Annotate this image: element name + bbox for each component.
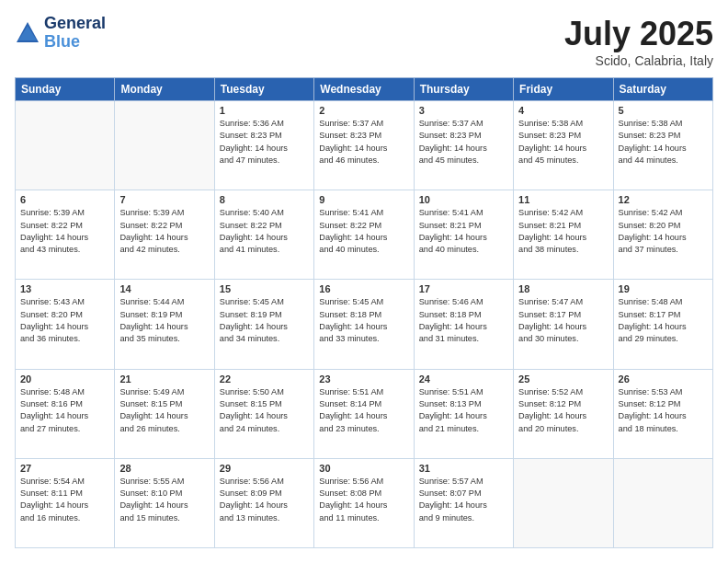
weekday-header: Friday: [514, 78, 613, 101]
calendar-cell: 18Sunrise: 5:47 AM Sunset: 8:17 PM Dayli…: [514, 280, 613, 369]
weekday-header: Saturday: [613, 78, 712, 101]
calendar-cell: 11Sunrise: 5:42 AM Sunset: 8:21 PM Dayli…: [514, 190, 613, 280]
day-info: Sunrise: 5:39 AM Sunset: 8:22 PM Dayligh…: [119, 207, 209, 256]
calendar-cell: 27Sunrise: 5:54 AM Sunset: 8:11 PM Dayli…: [16, 458, 115, 547]
calendar-cell: 2Sunrise: 5:37 AM Sunset: 8:23 PM Daylig…: [314, 101, 414, 190]
day-info: Sunrise: 5:46 AM Sunset: 8:18 PM Dayligh…: [419, 296, 508, 345]
day-number: 30: [319, 463, 408, 474]
calendar-cell: 28Sunrise: 5:55 AM Sunset: 8:10 PM Dayli…: [115, 458, 214, 547]
calendar-header: SundayMondayTuesdayWednesdayThursdayFrid…: [16, 78, 713, 101]
calendar-cell: 5Sunrise: 5:38 AM Sunset: 8:23 PM Daylig…: [613, 101, 712, 190]
day-number: 13: [20, 283, 109, 294]
day-number: 26: [619, 373, 708, 385]
calendar-week: 13Sunrise: 5:43 AM Sunset: 8:20 PM Dayli…: [16, 280, 713, 369]
svg-marker-1: [18, 26, 37, 40]
calendar-cell: [115, 101, 214, 190]
calendar-week: 1Sunrise: 5:36 AM Sunset: 8:23 PM Daylig…: [16, 101, 713, 190]
calendar-week: 20Sunrise: 5:48 AM Sunset: 8:16 PM Dayli…: [16, 369, 713, 458]
calendar-cell: 16Sunrise: 5:45 AM Sunset: 8:18 PM Dayli…: [314, 280, 414, 369]
weekday-header: Sunday: [16, 78, 115, 101]
day-info: Sunrise: 5:43 AM Sunset: 8:20 PM Dayligh…: [20, 296, 109, 345]
location-subtitle: Scido, Calabria, Italy: [564, 53, 713, 68]
logo-icon: [15, 20, 40, 46]
day-number: 25: [518, 373, 608, 385]
calendar-cell: 26Sunrise: 5:53 AM Sunset: 8:12 PM Dayli…: [613, 369, 712, 458]
calendar-cell: 9Sunrise: 5:41 AM Sunset: 8:22 PM Daylig…: [314, 190, 414, 280]
day-number: 15: [220, 283, 309, 294]
month-title: July 2025: [564, 15, 713, 53]
day-info: Sunrise: 5:51 AM Sunset: 8:13 PM Dayligh…: [419, 386, 508, 435]
day-info: Sunrise: 5:45 AM Sunset: 8:19 PM Dayligh…: [220, 296, 309, 345]
day-info: Sunrise: 5:38 AM Sunset: 8:23 PM Dayligh…: [518, 118, 608, 167]
day-number: 8: [220, 194, 309, 205]
calendar-cell: 1Sunrise: 5:36 AM Sunset: 8:23 PM Daylig…: [214, 101, 313, 190]
day-info: Sunrise: 5:49 AM Sunset: 8:15 PM Dayligh…: [119, 386, 209, 435]
calendar: SundayMondayTuesdayWednesdayThursdayFrid…: [15, 77, 713, 548]
weekday-header: Wednesday: [314, 78, 414, 101]
calendar-cell: 31Sunrise: 5:57 AM Sunset: 8:07 PM Dayli…: [414, 458, 513, 547]
day-number: 1: [220, 105, 309, 116]
day-info: Sunrise: 5:54 AM Sunset: 8:11 PM Dayligh…: [20, 476, 109, 524]
day-info: Sunrise: 5:48 AM Sunset: 8:17 PM Dayligh…: [619, 296, 708, 345]
header: General Blue July 2025 Scido, Calabria, …: [15, 15, 713, 68]
calendar-cell: 7Sunrise: 5:39 AM Sunset: 8:22 PM Daylig…: [115, 190, 214, 280]
day-info: Sunrise: 5:36 AM Sunset: 8:23 PM Dayligh…: [220, 118, 309, 167]
day-number: 12: [619, 194, 708, 205]
day-number: 4: [518, 105, 608, 116]
day-number: 21: [119, 373, 209, 385]
day-number: 18: [518, 283, 608, 294]
day-number: 19: [619, 283, 708, 294]
weekday-header: Thursday: [414, 78, 513, 101]
logo-line1: General: [44, 15, 106, 33]
calendar-cell: [514, 458, 613, 547]
day-number: 31: [419, 463, 508, 474]
day-number: 10: [419, 194, 508, 205]
day-number: 6: [20, 194, 109, 205]
calendar-week: 27Sunrise: 5:54 AM Sunset: 8:11 PM Dayli…: [16, 458, 713, 547]
day-info: Sunrise: 5:47 AM Sunset: 8:17 PM Dayligh…: [518, 296, 608, 345]
day-info: Sunrise: 5:51 AM Sunset: 8:14 PM Dayligh…: [319, 386, 408, 435]
day-number: 23: [319, 373, 408, 385]
calendar-cell: [16, 101, 115, 190]
weekday-row: SundayMondayTuesdayWednesdayThursdayFrid…: [16, 78, 713, 101]
calendar-cell: 17Sunrise: 5:46 AM Sunset: 8:18 PM Dayli…: [414, 280, 513, 369]
weekday-header: Monday: [115, 78, 214, 101]
day-info: Sunrise: 5:40 AM Sunset: 8:22 PM Dayligh…: [220, 207, 309, 256]
day-info: Sunrise: 5:55 AM Sunset: 8:10 PM Dayligh…: [119, 476, 209, 524]
calendar-cell: [613, 458, 712, 547]
logo-line2: Blue: [44, 32, 80, 51]
day-number: 22: [220, 373, 309, 385]
day-info: Sunrise: 5:42 AM Sunset: 8:21 PM Dayligh…: [518, 207, 608, 256]
logo-text: General Blue: [44, 15, 106, 52]
day-number: 17: [419, 283, 508, 294]
calendar-cell: 29Sunrise: 5:56 AM Sunset: 8:09 PM Dayli…: [214, 458, 313, 547]
day-info: Sunrise: 5:45 AM Sunset: 8:18 PM Dayligh…: [319, 296, 408, 345]
day-number: 14: [119, 283, 209, 294]
day-info: Sunrise: 5:56 AM Sunset: 8:09 PM Dayligh…: [220, 476, 309, 524]
calendar-cell: 25Sunrise: 5:52 AM Sunset: 8:12 PM Dayli…: [514, 369, 613, 458]
calendar-cell: 10Sunrise: 5:41 AM Sunset: 8:21 PM Dayli…: [414, 190, 513, 280]
calendar-cell: 3Sunrise: 5:37 AM Sunset: 8:23 PM Daylig…: [414, 101, 513, 190]
calendar-cell: 24Sunrise: 5:51 AM Sunset: 8:13 PM Dayli…: [414, 369, 513, 458]
day-number: 24: [419, 373, 508, 385]
day-number: 11: [518, 194, 608, 205]
day-info: Sunrise: 5:50 AM Sunset: 8:15 PM Dayligh…: [220, 386, 309, 435]
logo: General Blue: [15, 15, 106, 52]
day-number: 5: [619, 105, 708, 116]
weekday-header: Tuesday: [214, 78, 313, 101]
calendar-week: 6Sunrise: 5:39 AM Sunset: 8:22 PM Daylig…: [16, 190, 713, 280]
day-number: 9: [319, 194, 408, 205]
calendar-cell: 14Sunrise: 5:44 AM Sunset: 8:19 PM Dayli…: [115, 280, 214, 369]
calendar-body: 1Sunrise: 5:36 AM Sunset: 8:23 PM Daylig…: [16, 101, 713, 548]
day-info: Sunrise: 5:44 AM Sunset: 8:19 PM Dayligh…: [119, 296, 209, 345]
calendar-cell: 6Sunrise: 5:39 AM Sunset: 8:22 PM Daylig…: [16, 190, 115, 280]
calendar-cell: 23Sunrise: 5:51 AM Sunset: 8:14 PM Dayli…: [314, 369, 414, 458]
calendar-cell: 12Sunrise: 5:42 AM Sunset: 8:20 PM Dayli…: [613, 190, 712, 280]
calendar-cell: 20Sunrise: 5:48 AM Sunset: 8:16 PM Dayli…: [16, 369, 115, 458]
day-number: 3: [419, 105, 508, 116]
day-info: Sunrise: 5:37 AM Sunset: 8:23 PM Dayligh…: [319, 118, 408, 167]
day-info: Sunrise: 5:53 AM Sunset: 8:12 PM Dayligh…: [619, 386, 708, 435]
calendar-cell: 4Sunrise: 5:38 AM Sunset: 8:23 PM Daylig…: [514, 101, 613, 190]
calendar-cell: 15Sunrise: 5:45 AM Sunset: 8:19 PM Dayli…: [214, 280, 313, 369]
day-info: Sunrise: 5:56 AM Sunset: 8:08 PM Dayligh…: [319, 476, 408, 524]
